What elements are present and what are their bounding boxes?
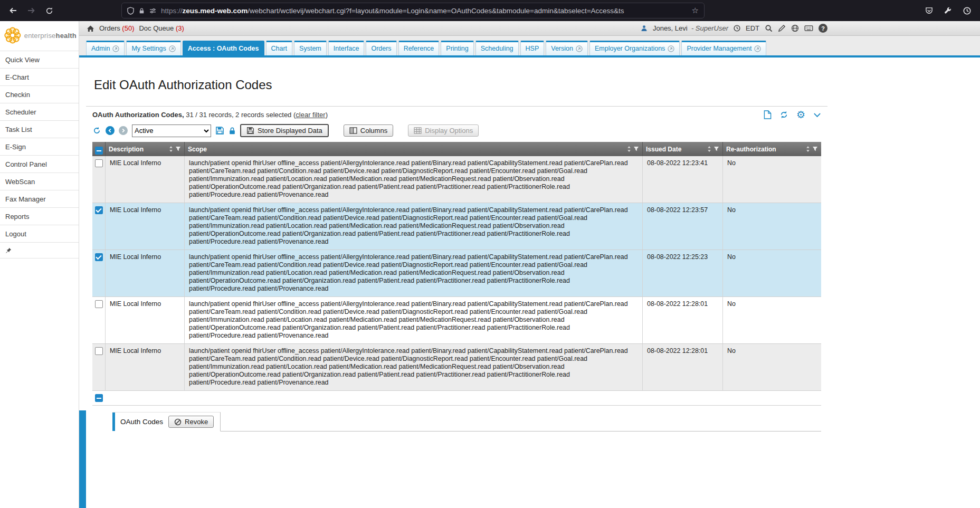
column-header-issued-date[interactable]: Issued Date (643, 142, 723, 156)
store-displayed-data-button[interactable]: Store Displayed Data (240, 124, 329, 137)
tab-my-settings[interactable]: My Settings (126, 41, 180, 55)
search-icon[interactable] (765, 24, 773, 32)
tab-employer-organizations[interactable]: Employer Organizations (589, 41, 680, 55)
gear-icon[interactable]: ⚙ (796, 110, 805, 119)
row-checkbox-cell[interactable] (92, 344, 106, 390)
brand-logo[interactable]: enterprisehealth (0, 21, 79, 51)
status-filter-select[interactable]: Active (132, 124, 211, 137)
oauth-codes-subtab[interactable]: OAuth Codes Revoke (112, 412, 221, 432)
tab-interface[interactable]: Interface (328, 41, 365, 55)
sort-icon[interactable] (169, 146, 173, 152)
home-icon[interactable] (87, 25, 94, 32)
column-header-description[interactable]: Description (106, 142, 185, 156)
history-clock-icon[interactable] (959, 3, 975, 18)
tab-popout-icon[interactable] (169, 45, 176, 52)
column-header-reauthorization[interactable]: Re-authorization (723, 142, 821, 156)
new-record-icon[interactable] (764, 110, 772, 119)
refresh-icon[interactable] (779, 110, 788, 119)
lock-icon[interactable] (139, 7, 145, 14)
orders-link[interactable]: Orders (50) (99, 24, 134, 32)
sidebar-item-e-chart[interactable]: E-Chart (0, 69, 79, 86)
table-row[interactable]: MIE Local Inferno launch/patient openid … (92, 344, 821, 391)
filter-funnel-icon[interactable] (175, 146, 181, 152)
clear-filter-link[interactable]: clear filter (296, 111, 325, 119)
save-filter-icon[interactable] (215, 126, 224, 135)
tab-access-oauth-codes[interactable]: Access : OAuth Codes (183, 41, 264, 55)
description-cell: MIE Local Inferno (106, 297, 185, 343)
tab-popout-icon[interactable] (754, 45, 761, 52)
table-row[interactable]: MIE Local Inferno launch/patient openid … (92, 203, 821, 250)
undo-icon[interactable] (92, 126, 101, 135)
browser-forward-button[interactable] (23, 3, 39, 18)
row-checkbox-cell[interactable] (92, 156, 106, 203)
pocket-icon[interactable] (921, 3, 937, 18)
filter-funnel-icon[interactable] (713, 146, 719, 152)
tab-hsp[interactable]: HSP (520, 41, 545, 55)
sort-icon[interactable] (707, 146, 711, 152)
row-checkbox[interactable] (95, 206, 103, 214)
help-icon[interactable]: ? (819, 24, 827, 33)
sidebar-item-scheduler[interactable]: Scheduler (0, 103, 79, 121)
tools-wrench-icon[interactable] (940, 3, 956, 18)
table-row[interactable]: MIE Local Inferno launch/patient openid … (92, 156, 821, 203)
row-checkbox[interactable] (95, 159, 103, 167)
sidebar-item-task-list[interactable]: Task List (0, 121, 79, 138)
tab-chart[interactable]: Chart (266, 41, 293, 55)
collapse-chevron-icon[interactable] (813, 112, 821, 118)
table-row[interactable]: MIE Local Inferno launch/patient openid … (92, 250, 821, 297)
timezone-clock-icon[interactable] (734, 25, 740, 32)
lock-filter-icon[interactable] (229, 127, 236, 135)
tracking-shield-icon[interactable] (127, 7, 134, 15)
row-checkbox-cell[interactable] (92, 203, 106, 250)
display-options-button[interactable]: Display Options (408, 124, 479, 137)
tab-printing[interactable]: Printing (441, 41, 473, 55)
sidebar-pin-toggle[interactable] (0, 243, 79, 258)
sidebar-item-reports[interactable]: Reports (0, 208, 79, 225)
select-all-cell[interactable] (92, 142, 106, 156)
sort-icon[interactable] (627, 146, 631, 152)
page-back-button[interactable] (106, 126, 115, 135)
columns-button[interactable]: Columns (344, 124, 393, 137)
row-checkbox[interactable] (95, 347, 103, 355)
bookmark-star-icon[interactable]: ☆ (692, 6, 699, 15)
footer-select-all-checkbox[interactable] (95, 394, 103, 402)
select-all-checkbox[interactable] (95, 147, 103, 155)
tab-reference[interactable]: Reference (398, 41, 440, 55)
sidebar-item-checkin[interactable]: Checkin (0, 86, 79, 103)
sidebar-item-control-panel[interactable]: Control Panel (0, 156, 79, 173)
filter-funnel-icon[interactable] (633, 146, 639, 152)
revoke-button[interactable]: Revoke (168, 416, 214, 428)
tab-provider-management[interactable]: Provider Management (681, 41, 766, 55)
filter-funnel-icon[interactable] (812, 146, 818, 152)
sort-icon[interactable] (806, 146, 810, 152)
tab-scheduling[interactable]: Scheduling (475, 41, 519, 55)
edit-wand-icon[interactable] (778, 24, 786, 32)
sidebar-item-quick-view[interactable]: Quick View (0, 51, 79, 69)
row-checkbox[interactable] (95, 253, 103, 261)
page-forward-button[interactable] (119, 126, 128, 135)
sidebar-item-webscan[interactable]: WebScan (0, 173, 79, 190)
table-row[interactable]: MIE Local Inferno launch/patient openid … (92, 297, 821, 344)
tab-admin[interactable]: Admin (86, 41, 125, 55)
browser-back-button[interactable] (5, 3, 21, 18)
tab-system[interactable]: System (294, 41, 327, 55)
tab-popout-icon[interactable] (576, 45, 583, 52)
row-checkbox[interactable] (95, 300, 103, 308)
browser-refresh-button[interactable] (41, 3, 57, 18)
doc-queue-link[interactable]: Doc Queue (3) (139, 24, 184, 32)
url-bar[interactable]: https://zeus.med-web.com/webchart/wctlev… (121, 3, 705, 18)
tab-orders[interactable]: Orders (366, 41, 396, 55)
tab-popout-icon[interactable] (112, 45, 119, 52)
tab-version[interactable]: Version (546, 41, 588, 55)
row-checkbox-cell[interactable] (92, 297, 106, 343)
globe-icon[interactable] (791, 24, 799, 32)
sidebar-item-fax-manager[interactable]: Fax Manager (0, 190, 79, 208)
tab-popout-icon[interactable] (668, 45, 674, 52)
sidebar-item-logout[interactable]: Logout (0, 225, 79, 243)
keyboard-icon[interactable] (804, 25, 813, 31)
user-menu[interactable]: Jones, Levi - SuperUser (653, 24, 728, 32)
column-header-scope[interactable]: Scope (185, 142, 643, 156)
permissions-sliders-icon[interactable] (149, 8, 156, 14)
row-checkbox-cell[interactable] (92, 250, 106, 296)
sidebar-item-e-sign[interactable]: E-Sign (0, 138, 79, 156)
